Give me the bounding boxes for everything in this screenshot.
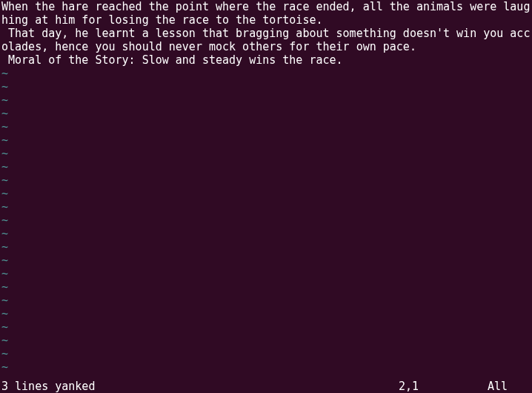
empty-line-tilde: ~ [0, 120, 532, 133]
empty-line-tilde: ~ [0, 174, 532, 187]
cursor-position: 2,1 [399, 380, 488, 393]
empty-line-tilde: ~ [0, 347, 532, 360]
empty-line-tilde: ~ [0, 133, 532, 147]
empty-line-tilde: ~ [0, 107, 532, 120]
empty-line-tilde: ~ [0, 280, 532, 294]
editor-buffer[interactable]: When the hare reached the point where th… [0, 0, 532, 374]
status-bar: 3 lines yanked 2,1 All [0, 380, 532, 393]
empty-line-tilde: ~ [0, 267, 532, 280]
status-message: 3 lines yanked [1, 380, 399, 393]
empty-line-tilde: ~ [0, 93, 532, 107]
empty-line-tilde: ~ [0, 334, 532, 347]
empty-line-tilde: ~ [0, 214, 532, 227]
empty-line-tilde: ~ [0, 160, 532, 174]
empty-line-tilde: ~ [0, 80, 532, 93]
text-line: Moral of the Story: Slow and steady wins… [0, 53, 532, 67]
empty-line-tilde: ~ [0, 67, 532, 80]
empty-line-tilde: ~ [0, 187, 532, 200]
empty-line-tilde: ~ [0, 200, 532, 214]
empty-line-tilde: ~ [0, 240, 532, 254]
scroll-position: All [488, 380, 532, 393]
empty-line-tilde: ~ [0, 294, 532, 307]
empty-line-tilde: ~ [0, 227, 532, 240]
text-line: That day, he learnt a lesson that braggi… [0, 27, 532, 53]
empty-line-tilde: ~ [0, 307, 532, 320]
empty-line-tilde: ~ [0, 254, 532, 267]
empty-line-tilde: ~ [0, 360, 532, 374]
empty-line-tilde: ~ [0, 320, 532, 334]
empty-line-tilde: ~ [0, 147, 532, 160]
text-line: When the hare reached the point where th… [0, 0, 532, 27]
